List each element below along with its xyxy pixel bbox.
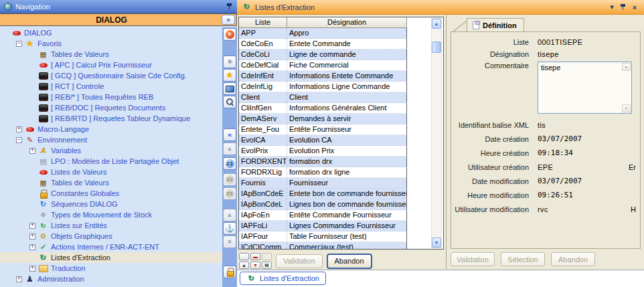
monitor-button[interactable]: [223, 82, 236, 95]
expander-icon[interactable]: −: [16, 41, 22, 47]
pin-icon[interactable]: [226, 3, 233, 10]
tree-item-label: Tables de Valeurs: [51, 179, 109, 187]
anchor-button[interactable]: ⚓: [223, 222, 236, 235]
expander-icon[interactable]: +: [29, 223, 35, 229]
navigation-panel: Navigation DIALOG » DIALOG−★Favoris▦Tabl…: [0, 0, 237, 287]
tree-item[interactable]: +↻Listes sur Entités: [0, 220, 222, 231]
scroll-up-icon[interactable]: ▲: [622, 63, 631, 71]
table-row[interactable]: FORDRXLigformation drx ligne: [239, 167, 407, 178]
tree-item[interactable]: DIALOG: [0, 27, 222, 38]
table-row[interactable]: CdeInfEntInformations Entete Commande: [239, 71, 407, 82]
zoom-z1-button[interactable]: Z1: [223, 157, 236, 170]
expander-icon[interactable]: +: [16, 276, 22, 282]
abandon-button[interactable]: Abandon: [327, 254, 372, 269]
tree-item[interactable]: ↻Listes d'Extraction: [0, 252, 222, 263]
close-icon[interactable]: ×: [630, 3, 639, 11]
favorites-button[interactable]: ★: [223, 69, 236, 82]
tree-item[interactable]: +Traduction: [0, 263, 222, 274]
expander-icon[interactable]: +: [29, 233, 35, 240]
zoom-z3-button[interactable]: Z3: [223, 187, 236, 200]
tree-item[interactable]: [ REB/DOC ] Requetes Documents: [0, 102, 222, 113]
tree-item[interactable]: −★Favoris: [0, 38, 222, 49]
tree-item[interactable]: ▦Tables de Valeurs: [0, 49, 222, 60]
tab-definition[interactable]: Définition: [467, 18, 524, 32]
refresh-blue-icon: ↻: [38, 200, 48, 209]
star-icon: ★: [25, 39, 35, 48]
tree-item[interactable]: [ APC ] Calcul Prix Fournisseur: [0, 60, 222, 70]
slection-button[interactable]: Sélection: [501, 252, 545, 266]
expander-icon[interactable]: +: [29, 266, 35, 272]
table-row[interactable]: CdeCoLiLigne de commande: [239, 50, 407, 60]
tree-item[interactable]: +Macro-Langage: [0, 124, 222, 134]
tree-item[interactable]: [ RCT ] Controle: [0, 81, 222, 92]
tree-item[interactable]: [ REB/* ] Toutes Requêtes REB: [0, 92, 222, 102]
record-button-3[interactable]: [262, 253, 272, 260]
up-button[interactable]: ▲: [223, 209, 236, 221]
burst-button[interactable]: ✳: [223, 56, 236, 68]
validation-button[interactable]: Validation: [276, 254, 323, 268]
lock-button[interactable]: [223, 266, 236, 278]
tree-item-label: Environnement: [37, 136, 87, 144]
tree-item[interactable]: Listes de Valeurs: [0, 167, 222, 177]
record-button-4[interactable]: ▲: [239, 262, 249, 269]
table-row[interactable]: IAPFourTable Fournisseur (test): [239, 231, 407, 242]
tab-listes-extraction[interactable]: ↻ Listes d'Extraction: [240, 272, 326, 285]
table-row[interactable]: IApBonCdeEEntete bon de commande fournis…: [239, 189, 407, 199]
record-button-2[interactable]: ▬: [250, 253, 260, 260]
tree-item[interactable]: Constantes Globales: [0, 188, 222, 199]
abandon-button[interactable]: Abandon: [551, 252, 595, 266]
table-row[interactable]: CdeInfLigInformations Ligne Commande: [239, 82, 407, 92]
table-row[interactable]: IApBonCdeLLignes bon de commande fournis…: [239, 199, 407, 210]
table-row[interactable]: APPAppro: [239, 28, 407, 39]
record-button-5[interactable]: ▼: [250, 262, 260, 269]
tree-item[interactable]: +✓Actions Internes / ENR-ACT-ENT: [0, 242, 222, 252]
expander-icon[interactable]: +: [16, 126, 22, 132]
tree-item[interactable]: ▤LPO : Modèles de Liste Partagée Objet: [0, 156, 222, 167]
scroll-down-icon[interactable]: ▼: [432, 237, 441, 248]
tree-item[interactable]: [ GCQ ] Questionnaire Saisie Cde Config.: [0, 70, 222, 81]
record-button-1[interactable]: [239, 253, 249, 260]
expander-icon[interactable]: +: [29, 148, 35, 154]
expander-icon[interactable]: +: [29, 244, 35, 250]
move-up-button[interactable]: ▲: [223, 142, 236, 155]
search-button[interactable]: [223, 96, 236, 108]
table-scrollbar[interactable]: ▲ ▼: [431, 18, 442, 248]
table-row[interactable]: ICdCICommCommerciaux (test): [239, 242, 407, 250]
tree-item[interactable]: ▦Tables de Valeurs: [0, 177, 222, 188]
tree-item[interactable]: −✎Environnement: [0, 134, 222, 145]
table-row[interactable]: ClientClient: [239, 92, 407, 103]
expand-panel-button[interactable]: »: [222, 15, 235, 25]
commentaire-input[interactable]: tisepe▲▼: [538, 62, 632, 114]
expander-icon[interactable]: −: [16, 137, 22, 143]
scroll-up-icon[interactable]: ▲: [432, 19, 441, 29]
table-row[interactable]: IApFoEnEntête Commande Fournisseur: [239, 210, 407, 221]
table-row[interactable]: Entete_FouEntête Fournisseur: [239, 124, 407, 135]
table-row[interactable]: FournisFournisseur: [239, 178, 407, 189]
tree-item[interactable]: ↻Séquences DIALOG: [0, 199, 222, 209]
dropdown-icon[interactable]: ▾: [607, 3, 617, 11]
tree-item[interactable]: +♟Administration: [0, 274, 222, 284]
column-header[interactable]: Désignation: [287, 17, 407, 28]
table-row[interactable]: IAPFoLiLignes Commandes Fournisseur: [239, 221, 407, 231]
table-row[interactable]: EvolPrixEvolution Prix: [239, 146, 407, 157]
collapse-left-button[interactable]: «: [223, 128, 236, 141]
scroll-down-icon[interactable]: ▼: [622, 104, 631, 112]
tree-item[interactable]: +AVariables: [0, 145, 222, 156]
close-panel-button[interactable]: ×: [223, 28, 236, 41]
tree-item[interactable]: +⚙Objets Graphiques: [0, 231, 222, 242]
tree-item[interactable]: ❖Types de Mouvement de Stock: [0, 209, 222, 220]
tree-item[interactable]: [ REB/RTD ] Requetes Tableur Dynamique: [0, 113, 222, 124]
column-header[interactable]: Liste: [239, 17, 287, 28]
delete-button[interactable]: ×: [223, 235, 236, 248]
record-button-6[interactable]: M: [262, 262, 272, 269]
table-row[interactable]: CdeDefCialFiche Commercial: [239, 60, 407, 71]
table-row[interactable]: FORDRXENTformation drx: [239, 157, 407, 167]
table-row[interactable]: EvolCAEvolution CA: [239, 135, 407, 146]
validation-button[interactable]: Validation: [451, 252, 495, 266]
zoom-z2-button[interactable]: Z2: [223, 173, 236, 186]
scrollbar-thumb[interactable]: [432, 41, 441, 53]
table-row[interactable]: CdeCoEnEntete Commande: [239, 39, 407, 50]
table-row[interactable]: DemAServDemandes à servir: [239, 114, 407, 124]
pin-icon[interactable]: [620, 3, 627, 11]
table-row[interactable]: CliInfGenInformations Générales Client: [239, 103, 407, 114]
